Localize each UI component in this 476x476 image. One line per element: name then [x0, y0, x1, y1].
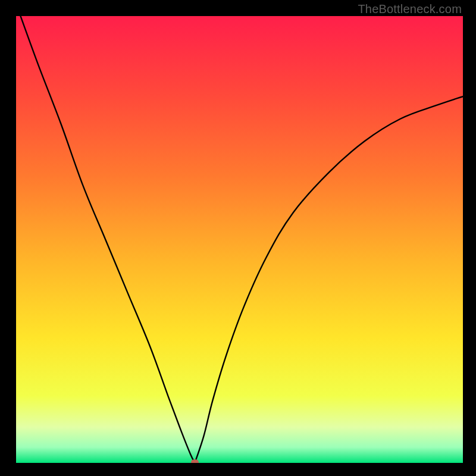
watermark-text: TheBottleneck.com	[358, 2, 462, 16]
bottleneck-curve	[16, 16, 463, 463]
vertex-marker	[191, 459, 199, 463]
chart-frame: TheBottleneck.com	[0, 0, 476, 476]
plot-area	[16, 16, 463, 463]
